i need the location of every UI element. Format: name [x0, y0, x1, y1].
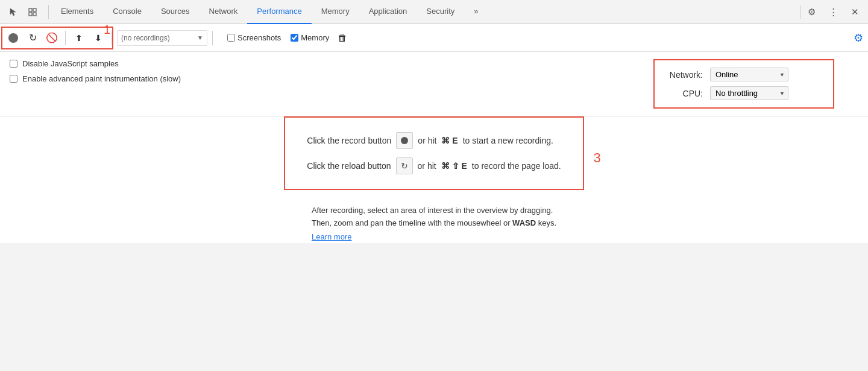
reload-icon: ↻ — [29, 32, 37, 43]
instruction-wrapper: Click the record button or hit ⌘ E to st… — [284, 116, 583, 200]
reload-button[interactable]: ↻ — [24, 30, 41, 46]
disable-js-samples-text: Disable JavaScript samples — [22, 59, 119, 68]
tab-memory[interactable]: Memory — [312, 0, 359, 24]
network-cpu-wrapper: Network: Online Fast 3G Slow 3G Offline … — [653, 59, 858, 109]
screenshots-label: Screenshots — [237, 33, 281, 42]
main-empty-area: Click the record button or hit ⌘ E to st… — [0, 116, 868, 243]
close-icon[interactable]: ✕ — [846, 4, 863, 21]
toolbar-separator-1 — [65, 31, 66, 45]
cpu-select-wrapper: No throttling 4x slowdown 6x slowdown — [710, 86, 788, 100]
recordings-text: (no recordings) — [121, 34, 170, 42]
learn-more-link[interactable]: Learn more — [312, 232, 351, 241]
after-text-line2: Then, zoom and pan the timeline with the… — [312, 217, 556, 230]
inline-record-button — [396, 132, 413, 149]
screenshots-checkbox[interactable] — [227, 34, 235, 42]
download-icon: ⬇ — [95, 33, 102, 43]
tab-elements[interactable]: Elements — [51, 0, 103, 24]
content-area: Disable JavaScript samples Enable advanc… — [0, 52, 868, 243]
network-label: Network: — [667, 70, 703, 80]
record-button[interactable] — [5, 30, 22, 46]
memory-checkbox[interactable] — [291, 34, 298, 42]
checkboxes-col: Disable JavaScript samples Enable advanc… — [10, 59, 629, 83]
instruction-line2-pre: Click the reload button — [307, 161, 391, 171]
network-cpu-panel: Network: Online Fast 3G Slow 3G Offline … — [653, 59, 834, 109]
tab-bar-right: ⚙ ⋮ ✕ — [803, 4, 863, 21]
instruction-line1-mid: or hit — [418, 136, 436, 145]
instruction-line1-pre: Click the record button — [307, 136, 391, 145]
inline-reload-icon: ↻ — [401, 161, 408, 171]
memory-checkbox-group[interactable]: Memory — [291, 33, 329, 42]
instruction-line2-keys: ⌘ ⇧ E — [441, 161, 467, 171]
network-select[interactable]: Online Fast 3G Slow 3G Offline — [710, 68, 788, 81]
dropdown-arrow-icon: ▼ — [197, 34, 203, 41]
upload-button[interactable]: ⬆ — [71, 30, 87, 46]
svg-rect-3 — [33, 13, 36, 16]
advanced-paint-checkbox[interactable] — [10, 75, 17, 83]
instruction-line2-post: to record the page load. — [472, 161, 561, 171]
performance-toolbar: 1 ↻ 🚫 ⬆ ⬇ (no recordings) ▼ Screenshots … — [0, 24, 868, 52]
instruction-line1-keys: ⌘ E — [441, 136, 458, 145]
annotation-number-3: 3 — [593, 150, 600, 166]
advanced-paint-text: Enable advanced paint instrumentation (s… — [22, 74, 181, 83]
disable-js-samples-checkbox[interactable] — [10, 60, 17, 68]
advanced-paint-label[interactable]: Enable advanced paint instrumentation (s… — [10, 74, 629, 83]
instruction-box: Click the record button or hit ⌘ E to st… — [284, 116, 583, 190]
prohibit-icon: 🚫 — [46, 32, 58, 43]
upload-icon: ⬆ — [75, 33, 83, 43]
settings-icon[interactable]: ⚙ — [803, 4, 820, 21]
after-text-block: After recording, select an area of inter… — [312, 205, 556, 243]
memory-label: Memory — [301, 33, 329, 42]
svg-rect-2 — [29, 13, 32, 16]
tab-bar-left — [5, 4, 51, 21]
toolbar-separator-2 — [112, 31, 112, 45]
annotation-number-1: 1 — [104, 23, 110, 37]
screenshots-checkbox-group[interactable]: Screenshots — [227, 33, 281, 42]
after-text-line1: After recording, select an area of inter… — [312, 205, 556, 217]
instruction-line-1: Click the record button or hit ⌘ E to st… — [307, 132, 561, 149]
tab-console[interactable]: Console — [103, 0, 151, 24]
cursor-icon[interactable] — [5, 4, 22, 21]
recordings-dropdown[interactable]: (no recordings) ▼ — [117, 30, 207, 46]
tab-performance[interactable]: Performance — [247, 0, 311, 24]
instruction-line1-post: to start a new recording. — [463, 136, 553, 145]
instruction-line2-mid: or hit — [418, 161, 436, 171]
inline-record-dot — [401, 137, 408, 144]
tab-bar: Elements Console Sources Network Perform… — [0, 0, 868, 24]
tab-more[interactable]: » — [464, 0, 488, 24]
inspect-icon[interactable] — [24, 4, 41, 21]
svg-rect-0 — [29, 8, 32, 11]
devtools-icons — [5, 4, 41, 21]
tab-divider — [48, 5, 49, 19]
tab-network[interactable]: Network — [200, 0, 248, 24]
record-dot-icon — [8, 33, 18, 43]
tabs-container: Elements Console Sources Network Perform… — [51, 0, 797, 24]
toolbar-right: ⚙ — [854, 31, 863, 45]
settings-row: Disable JavaScript samples Enable advanc… — [0, 52, 868, 116]
cpu-select[interactable]: No throttling 4x slowdown 6x slowdown — [710, 86, 788, 100]
tab-bar-right-divider — [800, 5, 800, 19]
trash-button[interactable]: 🗑 — [334, 30, 351, 46]
inline-reload-button: ↻ — [396, 157, 413, 174]
instruction-line-2: Click the reload button ↻ or hit ⌘ ⇧ E t… — [307, 157, 561, 174]
network-select-wrapper: Online Fast 3G Slow 3G Offline — [710, 68, 788, 81]
performance-settings-icon[interactable]: ⚙ — [854, 31, 863, 45]
tab-sources[interactable]: Sources — [151, 0, 200, 24]
clear-button[interactable]: 🚫 — [43, 30, 60, 46]
trash-icon: 🗑 — [338, 33, 347, 43]
network-row: Network: Online Fast 3G Slow 3G Offline — [667, 68, 821, 81]
svg-rect-1 — [33, 8, 36, 11]
menu-icon[interactable]: ⋮ — [825, 4, 841, 21]
cpu-row: CPU: No throttling 4x slowdown 6x slowdo… — [667, 86, 821, 100]
toolbar-separator-3 — [212, 31, 213, 45]
cpu-label: CPU: — [667, 89, 703, 98]
tab-application[interactable]: Application — [359, 0, 417, 24]
disable-js-samples-label[interactable]: Disable JavaScript samples — [10, 59, 629, 68]
tab-security[interactable]: Security — [417, 0, 464, 24]
